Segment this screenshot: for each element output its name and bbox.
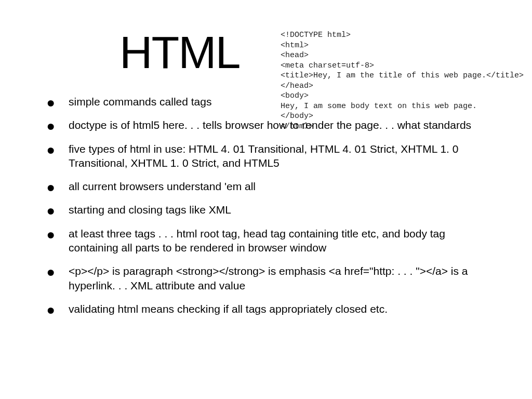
list-item: validating html means checking if all ta… [47, 302, 490, 316]
slide: HTML <!DOCTYPE html> <html> <head> <meta… [0, 0, 532, 399]
bullet-list: simple commands called tags doctype is o… [47, 95, 490, 316]
list-item: at least three tags . . . html root tag,… [47, 227, 490, 255]
list-item: five types of html in use: HTML 4. 01 Tr… [47, 142, 490, 170]
list-item: starting and closing tags like XML [47, 203, 490, 217]
code-sample: <!DOCTYPE html> <html> <head> <meta char… [281, 30, 524, 131]
list-item: <p></p> is paragraph <strong></strong> i… [47, 264, 490, 292]
list-item: all current browsers understand 'em all [47, 179, 490, 193]
list-item: doctype is of html5 here. . . tells brow… [47, 118, 490, 132]
list-item: simple commands called tags [47, 95, 490, 109]
